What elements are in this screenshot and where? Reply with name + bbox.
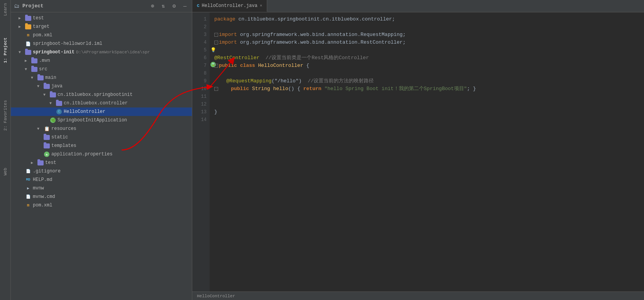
collapse-icon-7[interactable]: - [214, 64, 218, 68]
collapse-icon-4[interactable]: - [214, 41, 218, 44]
tree-arrow-cn-springbootinit: ▼ [43, 93, 49, 97]
tree-item-test[interactable]: ▶ test [11, 14, 192, 22]
collapse-icon-3[interactable]: - [214, 33, 218, 37]
folder-icon-target [25, 24, 32, 30]
code-line-13: } [214, 108, 639, 116]
code-line-9: @RequestMapping("/hello") //设置当前的方法的映射路径 [214, 77, 639, 85]
folder-icon-templates [43, 143, 50, 149]
properties-icon: a [43, 151, 50, 157]
tree-item-app-properties[interactable]: a application.properties [11, 150, 192, 159]
tree-item-springboot-app[interactable]: 🌿 SpringbootInitApplication [11, 116, 192, 124]
line-numbers: 1 2 3 4 5 6 7 8 9 10 11 12 13 14 [192, 12, 210, 291]
code-content-9: @RequestMapping("/hello") //设置当前的方法的映射路径 [214, 77, 374, 85]
tree-label-springboot-init-path: D:\AProgramWorkSpace\idea\spr [76, 50, 150, 55]
tree-arrow-springboot-init: ▼ [19, 50, 25, 55]
tree-arrow-java: ▼ [37, 84, 43, 89]
tree-item-static[interactable]: static [11, 133, 192, 141]
folder-icon-cn-controller [56, 100, 63, 106]
tree-item-cn-controller[interactable]: ▼ cn.itbluebox.controller [11, 99, 192, 107]
tree-label-pom-xml2: pom.xml [33, 203, 52, 208]
tree-arrow-src: ▼ [25, 67, 31, 72]
minimize-icon[interactable]: — [181, 3, 189, 9]
sidebar-item-learn[interactable]: Learn [2, 0, 9, 19]
tree-item-cn-springbootinit[interactable]: ▼ cn.itbluebox.springbootinit [11, 90, 192, 99]
tree-item-gitignore[interactable]: 📄 .gitignore [11, 167, 192, 176]
code-content-4: import org.springframework.web.bind.anno… [219, 39, 406, 46]
sidebar-item-project[interactable]: 1: Project [2, 34, 9, 66]
tree-item-target[interactable]: ▶ target [11, 22, 192, 31]
tree-label-java: java [51, 84, 63, 89]
tree-item-resources[interactable]: ▼ 📋 resources [11, 124, 192, 133]
tree-arrow-test2: ▶ [31, 160, 37, 165]
tree-arrow-cn-controller: ▼ [49, 101, 56, 106]
status-bar: HelloController [192, 291, 644, 300]
tree-item-mvnw-cmd[interactable]: 📄 mvnw.cmd [11, 193, 192, 201]
tree-label-cn-springbootinit: cn.itbluebox.springbootinit [58, 92, 132, 97]
tree-label-springboot-app: SpringbootInitApplication [58, 118, 127, 123]
code-line-11 [214, 93, 639, 101]
project-folder-icon: 🗂 [14, 3, 19, 9]
collapse-all-icon[interactable]: ⇅ [159, 3, 167, 9]
code-content-13: } [214, 108, 217, 116]
tree-item-hello-controller[interactable]: C HelloController [11, 107, 192, 116]
tree-label-iml: springboot-helloworld.iml [33, 41, 102, 46]
gitignore-icon: 📄 [25, 168, 32, 174]
tree-arrow-resources: ▼ [37, 127, 43, 131]
tree-item-mvnw[interactable]: ▶ mvnw [11, 184, 192, 193]
tree-item-src[interactable]: ▼ src [11, 65, 192, 73]
tab-hello-controller[interactable]: C HelloController.java × [192, 0, 267, 12]
tree-item-templates[interactable]: templates [11, 141, 192, 150]
tree-item-test2[interactable]: ▶ test [11, 159, 192, 167]
tree-item-springboot-init[interactable]: ▼ springboot-init D:\AProgramWorkSpace\i… [11, 48, 192, 56]
tree-item-java[interactable]: ▼ java [11, 82, 192, 90]
tree-label-springboot-init: springboot-init [33, 49, 75, 55]
tree-item-main[interactable]: ▼ main [11, 73, 192, 82]
tree-arrow-test: ▶ [19, 16, 25, 20]
code-content-6: @RestController //设置当前类是一个Rest风格的Control… [214, 54, 369, 62]
tree-label-main: main [45, 75, 56, 80]
tree-item-iml[interactable]: 📄 springboot-helloworld.iml [11, 39, 192, 48]
tree-label-test: test [33, 15, 44, 21]
tree-item-pom-xml2[interactable]: m pom.xml [11, 201, 192, 210]
cmd-icon: 📄 [25, 194, 32, 200]
tree-item-pom-xml[interactable]: m pom.xml [11, 31, 192, 39]
tree-label-cn-controller: cn.itbluebox.controller [64, 101, 128, 106]
tree-arrow-main: ▼ [31, 76, 37, 80]
editor-content: 1 2 3 4 5 6 7 8 9 10 11 12 13 14 💡 🍃 [192, 12, 644, 291]
folder-icon-java [43, 83, 50, 89]
code-content-10: public String hello() { return "hello Sp… [219, 85, 476, 93]
spring-icon-app: 🌿 [49, 117, 56, 123]
folder-icon-resources: 📋 [43, 126, 50, 132]
folder-icon-src [31, 66, 38, 72]
tree-label-target: target [33, 24, 49, 29]
tree-item-help-md[interactable]: MD HELP.md [11, 176, 192, 184]
code-editor[interactable]: 💡 🍃 package cn.itbluebox.springbootinit.… [210, 12, 644, 291]
settings-icon[interactable]: ⚙ [170, 3, 178, 9]
tree-label-mvn: .mvn [39, 58, 50, 63]
iml-icon: 📄 [25, 41, 32, 47]
sidebar-item-favorites[interactable]: 2: Favorites [2, 97, 9, 134]
tab-close-button[interactable]: × [260, 3, 263, 8]
folder-icon-test2 [37, 160, 44, 166]
tree-arrow-target: ▶ [19, 24, 25, 29]
folder-icon-cn-springbootinit [49, 92, 56, 98]
code-line-10: - public String hello() { return "hello … [214, 85, 639, 93]
code-line-4: - import org.springframework.web.bind.an… [214, 39, 639, 46]
project-panel-title: Project [22, 3, 146, 9]
folder-icon-main [37, 75, 44, 81]
mvnw-icon: ▶ [25, 185, 32, 191]
code-content-7: public class HelloController { [219, 62, 309, 70]
tree-label-test2: test [45, 160, 56, 165]
globe-icon[interactable]: ⊕ [149, 3, 156, 9]
code-line-14 [214, 116, 639, 124]
tree-label-mvnw-cmd: mvnw.cmd [33, 194, 55, 199]
tree-item-mvn[interactable]: ▶ .mvn [11, 56, 192, 65]
xml-icon-pom: m [25, 32, 32, 38]
sidebar-item-web[interactable]: Web [2, 165, 9, 179]
folder-icon-static [43, 134, 50, 140]
java-icon-hello-controller: C [56, 109, 63, 115]
tree-label-hello-controller: HelloController [64, 109, 105, 114]
code-line-1: package cn.itbluebox.springbootinit.cn.i… [214, 15, 639, 23]
collapse-icon-10[interactable]: - [214, 87, 218, 91]
tree-label-help-md: HELP.md [33, 177, 52, 182]
